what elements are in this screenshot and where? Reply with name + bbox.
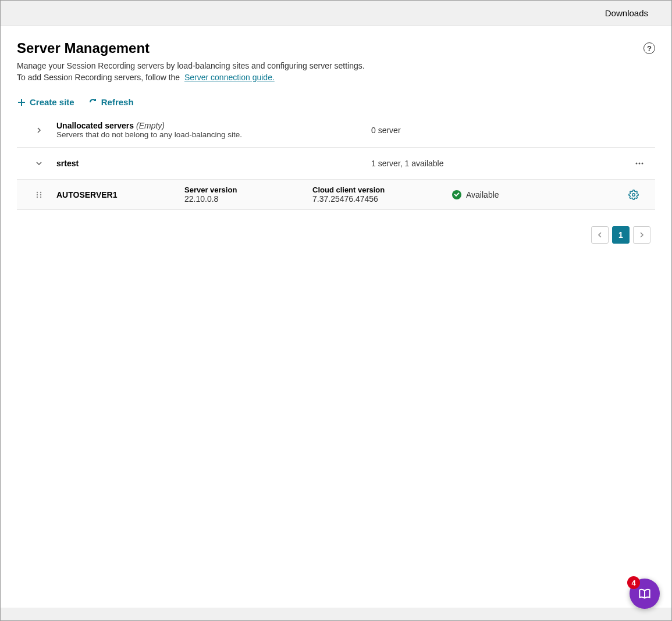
downloads-link[interactable]: Downloads [605, 8, 648, 18]
drag-vertical-icon [35, 191, 43, 199]
more-horizontal-icon [634, 158, 645, 169]
status-text: Available [466, 190, 499, 199]
page-1-button[interactable]: 1 [612, 226, 630, 244]
site-more-actions[interactable] [604, 158, 650, 169]
svg-point-7 [37, 194, 38, 195]
svg-point-2 [636, 163, 638, 165]
unallocated-count: 0 server [371, 126, 604, 135]
site-count: 1 server, 1 available [371, 159, 604, 168]
gear-icon [628, 190, 639, 200]
help-fab-button[interactable]: 4 [630, 579, 660, 609]
svg-point-11 [632, 193, 635, 196]
chevron-right-icon [34, 126, 44, 135]
notification-badge: 4 [627, 576, 640, 589]
status-block: Available [440, 190, 603, 199]
check-circle-icon [452, 190, 461, 199]
chevron-left-icon [596, 231, 603, 238]
desc-prefix: To add Session Recording servers, follow… [17, 73, 180, 82]
svg-point-5 [37, 191, 38, 192]
page-title: Server Management [17, 40, 365, 56]
expand-toggle-srtest[interactable] [22, 159, 56, 168]
page-next-button[interactable] [633, 226, 650, 244]
create-site-button[interactable]: Create site [17, 97, 74, 107]
server-version-value: 22.10.0.8 [184, 194, 312, 204]
svg-point-10 [40, 196, 41, 197]
svg-point-3 [639, 163, 641, 165]
refresh-button[interactable]: Refresh [88, 97, 134, 107]
chevron-right-icon [638, 231, 645, 238]
svg-point-6 [40, 191, 41, 192]
action-row: Create site Refresh [17, 97, 655, 107]
page-prev-button[interactable] [591, 226, 609, 244]
site-row-srtest: srtest 1 server, 1 available [17, 148, 655, 180]
top-bar: Downloads [1, 1, 671, 26]
help-icon[interactable]: ? [643, 42, 655, 54]
page-description-1: Manage your Session Recording servers by… [17, 61, 365, 70]
plus-icon [17, 98, 26, 107]
client-version-value: 7.37.25476.47456 [312, 194, 440, 204]
chevron-down-icon [34, 159, 44, 168]
unallocated-subtitle: Servers that do not belong to any load-b… [56, 130, 371, 139]
site-list: Unallocated servers (Empty) Servers that… [17, 113, 655, 210]
server-name: AUTOSERVER1 [56, 190, 184, 199]
book-icon [637, 586, 652, 601]
site-name: srtest [56, 159, 371, 168]
page-description-2: To add Session Recording servers, follow… [17, 73, 365, 82]
unallocated-title: Unallocated servers (Empty) [56, 121, 371, 130]
pagination: 1 [17, 226, 655, 244]
server-connection-guide-link[interactable]: Server connection guide. [184, 73, 275, 82]
expand-toggle-unallocated[interactable] [22, 126, 56, 135]
server-row: AUTOSERVER1 Server version 22.10.0.8 Clo… [17, 180, 655, 210]
svg-point-9 [37, 196, 38, 197]
unallocated-servers-row: Unallocated servers (Empty) Servers that… [17, 113, 655, 148]
svg-point-8 [40, 194, 41, 195]
create-site-label: Create site [30, 97, 74, 107]
server-settings-button[interactable] [603, 190, 650, 200]
client-version-label: Cloud client version [312, 185, 440, 194]
refresh-label: Refresh [101, 97, 134, 107]
svg-point-4 [642, 163, 643, 165]
drag-handle[interactable] [22, 191, 56, 199]
main-content: Server Management Manage your Session Re… [1, 26, 671, 608]
refresh-icon [88, 98, 98, 107]
server-version-block: Server version 22.10.0.8 [184, 185, 312, 204]
server-version-label: Server version [184, 185, 312, 194]
client-version-block: Cloud client version 7.37.25476.47456 [312, 185, 440, 204]
